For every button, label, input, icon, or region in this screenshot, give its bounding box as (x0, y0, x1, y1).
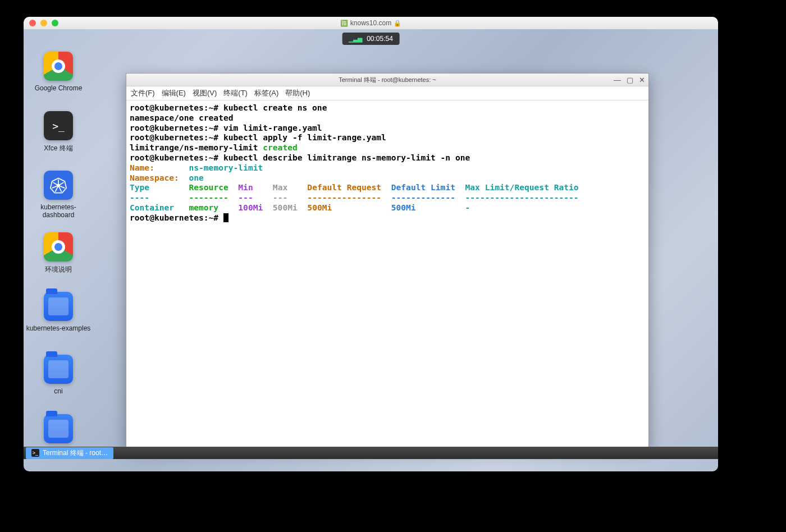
desktop-icon-kubernetes-dashboard[interactable]: kubernetes-dashboard (25, 171, 92, 219)
chrome-icon (44, 52, 73, 81)
terminal-icon: >_ (44, 111, 73, 140)
menu-help[interactable]: 帮助(H) (285, 88, 310, 98)
menu-file[interactable]: 文件(F) (131, 88, 155, 98)
folder-icon (44, 292, 73, 321)
terminal-window[interactable]: Terminal 终端 - root@kubernetes: ~ — ▢ ✕ 文… (126, 73, 649, 447)
icon-label: kubernetes-examples (25, 324, 92, 332)
taskbar[interactable]: >_ Terminal 终端 - root… (24, 447, 718, 459)
menu-terminal[interactable]: 终端(T) (223, 88, 248, 98)
mac-titlebar: 🈯 knows10.com 🔒 (24, 17, 718, 29)
remote-desktop[interactable]: ▁▃▅ 00:05:54 Google Chrome >_ Xfce 终端 ku… (24, 29, 718, 459)
menu-view[interactable]: 视图(V) (193, 88, 217, 98)
terminal-menubar[interactable]: 文件(F) 编辑(E) 视图(V) 终端(T) 标签(A) 帮助(H) (126, 86, 648, 100)
traffic-lights[interactable] (29, 20, 58, 26)
desktop-icon-kubernetes-examples[interactable]: kubernetes-examples (25, 292, 92, 332)
menu-edit[interactable]: 编辑(E) (162, 88, 186, 98)
icon-label: Xfce 终端 (25, 144, 92, 153)
terminal-titlebar[interactable]: Terminal 终端 - root@kubernetes: ~ — ▢ ✕ (126, 74, 648, 86)
url-display: 🈯 knows10.com 🔒 (24, 19, 718, 27)
minimize-icon[interactable] (40, 20, 47, 26)
url-text: knows10.com (350, 19, 391, 27)
desktop-icon-env-desc[interactable]: 环境说明 (25, 232, 92, 274)
translate-icon: 🈯 (340, 20, 348, 27)
icon-label: cni (25, 387, 92, 395)
maximize-icon[interactable] (52, 20, 58, 26)
desktop-icon-xfce-terminal[interactable]: >_ Xfce 终端 (25, 111, 92, 153)
session-status-pill: ▁▃▅ 00:05:54 (342, 33, 400, 45)
terminal-title-text: Terminal 终端 - root@kubernetes: ~ (339, 76, 436, 84)
desktop-icon-cni[interactable]: cni (25, 355, 92, 395)
lock-icon: 🔒 (394, 20, 401, 27)
icon-label: kubernetes-dashboard (25, 203, 92, 219)
taskbar-item-terminal[interactable]: >_ Terminal 终端 - root… (26, 447, 113, 459)
taskbar-item-label: Terminal 终端 - root… (43, 448, 108, 458)
terminal-icon: >_ (31, 449, 39, 457)
maximize-button[interactable]: ▢ (627, 76, 633, 84)
kubernetes-icon (44, 171, 73, 200)
folder-icon (44, 414, 73, 443)
icon-label: 环境说明 (25, 265, 92, 274)
desktop-icon-chrome[interactable]: Google Chrome (25, 52, 92, 92)
icon-label: Google Chrome (25, 84, 92, 92)
close-button[interactable]: ✕ (639, 76, 645, 84)
mac-browser-window: 🈯 knows10.com 🔒 ▁▃▅ 00:05:54 Google Chro… (24, 17, 718, 471)
menu-tabs[interactable]: 标签(A) (254, 88, 278, 98)
terminal-output[interactable]: root@kubernetes:~# kubectl create ns one… (126, 100, 648, 447)
chrome-icon (44, 232, 73, 262)
session-time: 00:05:54 (367, 35, 393, 43)
close-icon[interactable] (29, 20, 36, 26)
signal-icon: ▁▃▅ (349, 35, 362, 43)
folder-icon (44, 355, 73, 384)
cursor-icon (223, 213, 229, 222)
minimize-button[interactable]: — (614, 76, 621, 84)
